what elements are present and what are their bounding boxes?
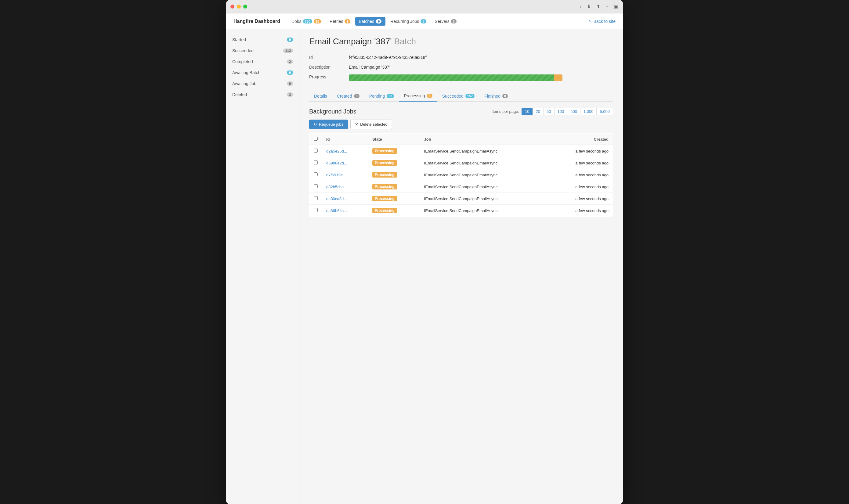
col-id: Id: [322, 133, 368, 145]
row-checkbox-3[interactable]: [314, 184, 318, 188]
row-checkbox-1[interactable]: [314, 161, 318, 164]
nav-badge-jobs-total: 750: [303, 19, 312, 23]
close-button[interactable]: [230, 4, 234, 8]
tab-finished[interactable]: Finished 0: [479, 91, 513, 101]
nav-item-recurring[interactable]: Recurring Jobs 6: [387, 17, 430, 25]
minimize-button[interactable]: [237, 4, 241, 8]
tab-badge-finished: 0: [502, 94, 508, 98]
row-created-cell: a few seconds ago: [548, 169, 613, 181]
nav-item-servers[interactable]: Servers 2: [431, 17, 460, 25]
tab-badge-succeeded: 157: [465, 94, 475, 98]
row-id-cell: d5988e2d...: [322, 157, 368, 169]
row-id-cell: d2a5e25d...: [322, 145, 368, 157]
progress-bar: [349, 74, 563, 81]
table-row: d82b5cba... Processing IEmailService.Sen…: [309, 181, 613, 193]
col-job: Job: [420, 133, 548, 145]
sidebar-label-awaiting-batch: Awaiting Batch: [232, 70, 260, 75]
tab-processing[interactable]: Processing 6: [399, 91, 437, 102]
sidebar-item-deleted[interactable]: Deleted 2: [226, 89, 299, 100]
row-checkbox-cell: [309, 193, 322, 205]
sidebar-label-awaiting-job: Awaiting Job: [232, 81, 257, 86]
items-per-page-label: Items per page:: [492, 109, 519, 114]
requeue-button[interactable]: ↻ Requeue jobs: [309, 120, 348, 129]
job-id-link-2[interactable]: d7f6919e...: [326, 173, 346, 177]
state-badge-0: Processing: [372, 148, 397, 154]
tabs-icon[interactable]: ▣: [614, 4, 619, 10]
page-size-10[interactable]: 10: [521, 108, 532, 115]
row-checkbox-4[interactable]: [314, 196, 318, 200]
job-id-link-3[interactable]: d82b5cba...: [326, 184, 347, 189]
row-checkbox-5[interactable]: [314, 208, 318, 212]
row-checkbox-cell: [309, 157, 322, 169]
tab-pending-label: Pending: [369, 94, 385, 98]
sidebar-count-awaiting-job: 0: [287, 82, 293, 86]
job-id-link-5[interactable]: da36b64c...: [326, 209, 347, 213]
sidebar-item-started[interactable]: Started 9: [226, 34, 299, 45]
navbar: Hangfire Dashboard Jobs 750 18 Retries 1…: [226, 14, 623, 29]
nav-label-jobs: Jobs: [293, 19, 301, 24]
nav-badge-servers: 2: [451, 19, 457, 23]
row-job-cell: IEmailService.SendCampaignEmailAsync: [420, 157, 548, 169]
delete-selected-button[interactable]: ✕ Delete selected: [350, 120, 392, 129]
page-size-1000[interactable]: 1,000: [580, 108, 597, 115]
section-title: Background Jobs: [309, 108, 356, 115]
row-checkbox-2[interactable]: [314, 173, 318, 176]
sidebar-item-awaiting-batch[interactable]: Awaiting Batch 9: [226, 67, 299, 78]
maximize-button[interactable]: [243, 4, 247, 8]
new-tab-icon[interactable]: +: [606, 4, 608, 10]
row-job-cell: IEmailService.SendCampaignEmailAsync: [420, 181, 548, 193]
table-row: da30ca3d... Processing IEmailService.Sen…: [309, 193, 613, 205]
page-size-5000[interactable]: 5,000: [596, 108, 613, 115]
id-label: Id: [309, 55, 349, 60]
delete-icon: ✕: [355, 122, 358, 127]
sidebar-item-awaiting-job[interactable]: Awaiting Job 0: [226, 78, 299, 89]
share-icon[interactable]: ⬆: [596, 4, 600, 10]
sidebar-item-completed[interactable]: Completed 2: [226, 56, 299, 67]
tab-badge-created: 0: [354, 94, 359, 98]
row-job-cell: IEmailService.SendCampaignEmailAsync: [420, 205, 548, 217]
download-icon[interactable]: ⬇: [587, 4, 591, 10]
row-job-cell: IEmailService.SendCampaignEmailAsync: [420, 193, 548, 205]
sidebar-item-succeeded[interactable]: Succeeded 112: [226, 45, 299, 56]
row-created-cell: a few seconds ago: [548, 145, 613, 157]
progress-orange: [554, 74, 563, 81]
page-size-20[interactable]: 20: [532, 108, 543, 115]
tab-pending[interactable]: Pending 33: [365, 91, 399, 101]
row-state-cell: Processing: [368, 193, 420, 205]
description-value: Email Campaign '387': [349, 65, 390, 70]
back-to-site-link[interactable]: ↖ Back to site: [588, 19, 616, 24]
page-size-50[interactable]: 50: [543, 108, 554, 115]
row-checkbox-cell: [309, 181, 322, 193]
row-checkbox-0[interactable]: [314, 148, 318, 152]
row-state-cell: Processing: [368, 205, 420, 217]
state-badge-5: Processing: [372, 208, 397, 213]
nav-item-jobs[interactable]: Jobs 750 18: [289, 17, 325, 25]
page-size-buttons: 10 20 50 100 500 1,000 5,000: [521, 108, 613, 115]
tab-details[interactable]: Details: [309, 91, 332, 101]
requeue-label: Requeue jobs: [319, 122, 343, 127]
page-size-100[interactable]: 100: [554, 108, 567, 115]
nav-badge-recurring: 6: [421, 19, 426, 23]
select-all-checkbox[interactable]: [314, 137, 318, 141]
tab-created[interactable]: Created 0: [332, 91, 365, 101]
nav-badge-jobs-active: 18: [314, 19, 321, 23]
row-state-cell: Processing: [368, 181, 420, 193]
sidebar-count-succeeded: 112: [283, 49, 293, 53]
job-id-link-4[interactable]: da30ca3d...: [326, 197, 347, 201]
page-size-500[interactable]: 500: [567, 108, 580, 115]
job-id-link-0[interactable]: d2a5e25d...: [326, 149, 347, 154]
page-title-text: Email Campaign '387': [309, 37, 392, 46]
nav-item-batches[interactable]: Batches 9: [355, 17, 386, 25]
tab-succeeded[interactable]: Succeeded 157: [437, 91, 479, 101]
row-id-cell: da36b64c...: [322, 205, 368, 217]
content-area: Email Campaign '387' Batch Id f4f95835-0…: [299, 29, 623, 504]
row-id-cell: d7f6919e...: [322, 169, 368, 181]
section-header: Background Jobs Items per page: 10 20 50…: [309, 108, 613, 115]
sidebar-label-started: Started: [232, 37, 246, 42]
row-state-cell: Processing: [368, 145, 420, 157]
back-icon[interactable]: ‹: [580, 4, 581, 10]
tabs: Details Created 0 Pending 33 Processing …: [309, 91, 613, 102]
job-id-link-1[interactable]: d5988e2d...: [326, 161, 347, 165]
row-state-cell: Processing: [368, 157, 420, 169]
nav-item-retries[interactable]: Retries 1: [326, 17, 354, 25]
